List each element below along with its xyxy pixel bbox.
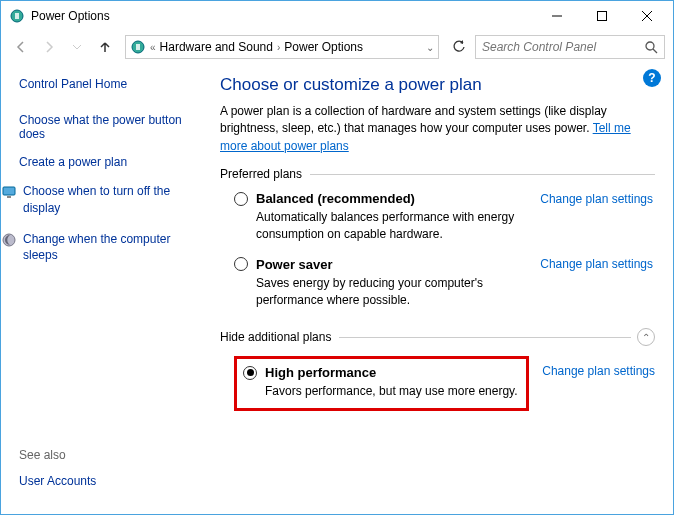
search-input[interactable] xyxy=(482,40,645,54)
change-plan-settings-link[interactable]: Change plan settings xyxy=(542,364,655,378)
radio-balanced[interactable] xyxy=(234,192,248,206)
moon-icon xyxy=(1,232,17,248)
collapse-icon[interactable]: ⌃ xyxy=(637,328,655,346)
svg-point-8 xyxy=(646,42,654,50)
plan-name: High performance xyxy=(265,365,376,380)
change-plan-settings-link[interactable]: Change plan settings xyxy=(540,192,653,206)
page-description: A power plan is a collection of hardware… xyxy=(220,103,655,155)
sidebar-link-sleep[interactable]: Change when the computer sleeps xyxy=(23,231,204,265)
change-plan-settings-link[interactable]: Change plan settings xyxy=(540,257,653,271)
minimize-button[interactable] xyxy=(534,2,579,30)
back-button[interactable] xyxy=(9,35,33,59)
plan-description: Favors performance, but may use more ene… xyxy=(265,383,518,400)
monitor-icon xyxy=(1,184,17,200)
plan-power-saver: Power saver Change plan settings Saves e… xyxy=(234,257,655,323)
titlebar: Power Options xyxy=(1,1,673,31)
control-panel-home-link[interactable]: Control Panel Home xyxy=(19,77,204,91)
see-also-label: See also xyxy=(19,448,204,462)
svg-rect-3 xyxy=(597,12,606,21)
svg-rect-10 xyxy=(3,187,15,195)
window: Power Options « Hardware and Sound › Pow… xyxy=(0,0,674,515)
help-icon[interactable]: ? xyxy=(643,69,661,87)
breadcrumb-item[interactable]: Hardware and Sound xyxy=(160,40,273,54)
plan-name: Power saver xyxy=(256,257,333,272)
svg-rect-1 xyxy=(15,13,19,19)
chevron-down-icon[interactable]: ⌄ xyxy=(426,42,434,53)
preferred-plans-header: Preferred plans xyxy=(220,167,655,181)
plan-description: Saves energy by reducing your computer's… xyxy=(256,275,536,309)
sidebar-link-display-off[interactable]: Choose when to turn off the display xyxy=(23,183,204,217)
breadcrumb-item[interactable]: Power Options xyxy=(284,40,363,54)
highlight-box: High performance Favors performance, but… xyxy=(234,356,529,411)
plan-balanced: Balanced (recommended) Change plan setti… xyxy=(234,191,655,257)
up-button[interactable] xyxy=(93,35,117,59)
sidebar-link-power-button[interactable]: Choose what the power button does xyxy=(19,113,204,141)
navbar: « Hardware and Sound › Power Options ⌄ xyxy=(1,31,673,63)
svg-line-9 xyxy=(653,49,657,53)
chevron-right-icon: « xyxy=(150,42,156,53)
body: ? Control Panel Home Choose what the pow… xyxy=(1,63,673,514)
sidebar: Control Panel Home Choose what the power… xyxy=(1,63,216,514)
svg-rect-11 xyxy=(7,196,11,198)
radio-high-performance[interactable] xyxy=(243,366,257,380)
search-icon[interactable] xyxy=(645,41,658,54)
refresh-button[interactable] xyxy=(447,35,471,59)
page-heading: Choose or customize a power plan xyxy=(220,75,655,95)
svg-rect-7 xyxy=(136,44,140,50)
recent-dropdown[interactable] xyxy=(65,35,89,59)
main-content: Choose or customize a power plan A power… xyxy=(216,63,673,514)
radio-power-saver[interactable] xyxy=(234,257,248,271)
additional-plans-header[interactable]: Hide additional plans ⌃ xyxy=(220,328,655,346)
close-button[interactable] xyxy=(624,2,669,30)
forward-button[interactable] xyxy=(37,35,61,59)
breadcrumb[interactable]: « Hardware and Sound › Power Options ⌄ xyxy=(125,35,439,59)
plan-name: Balanced (recommended) xyxy=(256,191,415,206)
battery-icon xyxy=(130,39,146,55)
window-title: Power Options xyxy=(31,9,534,23)
battery-icon xyxy=(9,8,25,24)
search-box[interactable] xyxy=(475,35,665,59)
plan-high-performance: High performance Favors performance, but… xyxy=(234,356,655,425)
chevron-right-icon: › xyxy=(277,42,280,53)
plan-description: Automatically balances performance with … xyxy=(256,209,536,243)
sidebar-link-user-accounts[interactable]: User Accounts xyxy=(19,474,204,488)
maximize-button[interactable] xyxy=(579,2,624,30)
sidebar-link-create-plan[interactable]: Create a power plan xyxy=(19,155,204,169)
